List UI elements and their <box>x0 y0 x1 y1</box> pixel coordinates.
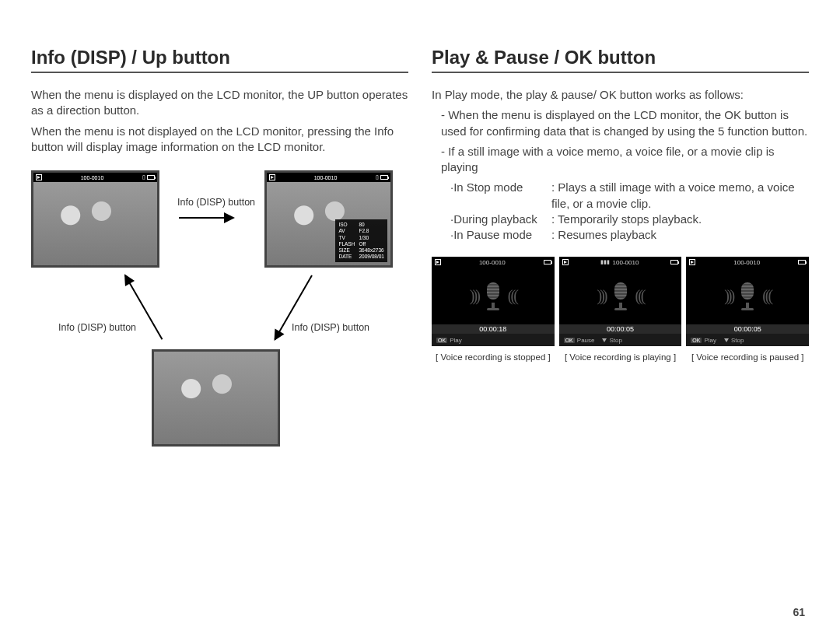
caption-paused: [ Voice recording is paused ] <box>686 352 809 362</box>
left-title: Info (DISP) / Up button <box>31 47 408 73</box>
battery-icon <box>798 260 806 264</box>
battery-icon <box>380 175 388 180</box>
battery-icon <box>544 260 551 264</box>
voice-captions: [ Voice recording is stopped ] [ Voice r… <box>432 352 809 362</box>
mode-table: ·In Stop mode : Plays a still image with… <box>432 180 809 243</box>
mode-row: ·In Pause mode : Resumes playback <box>450 227 809 243</box>
voice-shot-paused: 100-0010 ))) ((( 00:00:05 OK Play <box>686 257 809 346</box>
right-title: Play & Pause / OK button <box>432 47 809 73</box>
sound-wave-left-icon: ))) <box>470 287 478 305</box>
mode-value: : Temporarily stops playback. <box>551 212 809 227</box>
right-bullet1: - When the menu is displayed on the LCD … <box>432 107 809 139</box>
arrow-label-right: Info (DISP) button <box>292 322 369 333</box>
elapsed-time: 00:00:18 <box>432 324 555 334</box>
signal-icon: ▮▮▮ <box>600 259 610 265</box>
info-cycle-diagram: 100-0010 ▯ 100-0010 ▯ <box>31 170 404 497</box>
play-control: OK Play <box>436 337 462 344</box>
elapsed-time: 00:00:05 <box>559 324 682 334</box>
ok-key-icon: OK <box>564 338 575 343</box>
pause-control: OK Pause <box>564 337 595 344</box>
left-para1: When the menu is displayed on the LCD mo… <box>31 87 408 119</box>
file-counter: 100-0010 <box>613 259 639 266</box>
down-key-icon <box>724 338 729 342</box>
mode-label: ·In Pause mode <box>450 227 551 243</box>
playback-mode-icon <box>689 259 695 265</box>
playback-mode-icon <box>562 259 569 265</box>
elapsed-time: 00:00:05 <box>686 324 809 334</box>
lcd-basic: 100-0010 ▯ <box>31 170 159 268</box>
voice-shot-stopped: 100-0010 ))) ((( 00:00:18 OK Play <box>432 257 555 346</box>
stop-control: Stop <box>602 337 621 344</box>
voice-screenshots: 100-0010 ))) ((( 00:00:18 OK Play <box>432 257 809 346</box>
lcd-with-info: 100-0010 ▯ ISO80 AVF2.8 TV1/30 FLASHOff … <box>264 170 393 268</box>
down-key-icon <box>602 338 607 342</box>
file-counter: 100-0010 <box>733 259 760 266</box>
mode-label: ·In Stop mode <box>450 180 551 212</box>
mode-value: : Plays a still image with a voice memo,… <box>551 180 809 212</box>
playback-mode-icon <box>269 174 275 180</box>
arrow-label-left: Info (DISP) button <box>58 322 136 333</box>
microphone-icon <box>611 282 631 310</box>
playback-mode-icon <box>435 259 441 265</box>
sound-wave-right-icon: ((( <box>508 287 516 305</box>
mode-value: : Resumes playback <box>551 227 809 243</box>
page-number: 61 <box>793 606 805 618</box>
battery-icon <box>670 260 678 264</box>
arrow-right-icon <box>179 217 233 219</box>
mode-row: ·In Stop mode : Plays a still image with… <box>450 180 809 212</box>
sound-wave-left-icon: ))) <box>724 287 733 305</box>
ok-key-icon: OK <box>691 338 702 343</box>
sound-wave-right-icon: ((( <box>762 287 771 305</box>
left-para2: When the menu is not displayed on the LC… <box>31 124 408 156</box>
file-counter: 100-0010 <box>314 175 338 180</box>
microphone-icon <box>483 282 503 310</box>
right-intro: In Play mode, the play & pause/ OK butto… <box>432 87 809 103</box>
caption-playing: [ Voice recording is playing ] <box>559 352 682 362</box>
ok-key-icon: OK <box>436 338 447 343</box>
file-counter: 100-0010 <box>81 175 104 180</box>
lcd-noinfo <box>152 349 280 447</box>
right-column: Play & Pause / OK button In Play mode, t… <box>432 47 809 497</box>
play-control: OK Play <box>691 337 716 344</box>
sound-wave-right-icon: ((( <box>635 287 644 305</box>
caption-stopped: [ Voice recording is stopped ] <box>432 352 555 362</box>
sound-wave-left-icon: ))) <box>597 287 606 305</box>
mode-label: ·During playback <box>450 212 551 227</box>
arrow-label-top: Info (DISP) button <box>177 197 255 208</box>
mode-row: ·During playback : Temporarily stops pla… <box>450 212 809 227</box>
file-counter: 100-0010 <box>479 259 506 266</box>
microphone-icon <box>737 282 758 310</box>
voice-shot-playing: ▮▮▮ 100-0010 ))) ((( 00:00:05 OK <box>559 257 682 346</box>
battery-icon <box>147 175 155 180</box>
image-info-overlay: ISO80 AVF2.8 TV1/30 FLASHOff SIZE3648x27… <box>335 219 387 262</box>
stop-control: Stop <box>724 337 744 344</box>
playback-mode-icon <box>36 174 42 180</box>
left-column: Info (DISP) / Up button When the menu is… <box>31 47 408 497</box>
right-bullet2: - If a still image with a voice memo, a … <box>432 144 809 176</box>
